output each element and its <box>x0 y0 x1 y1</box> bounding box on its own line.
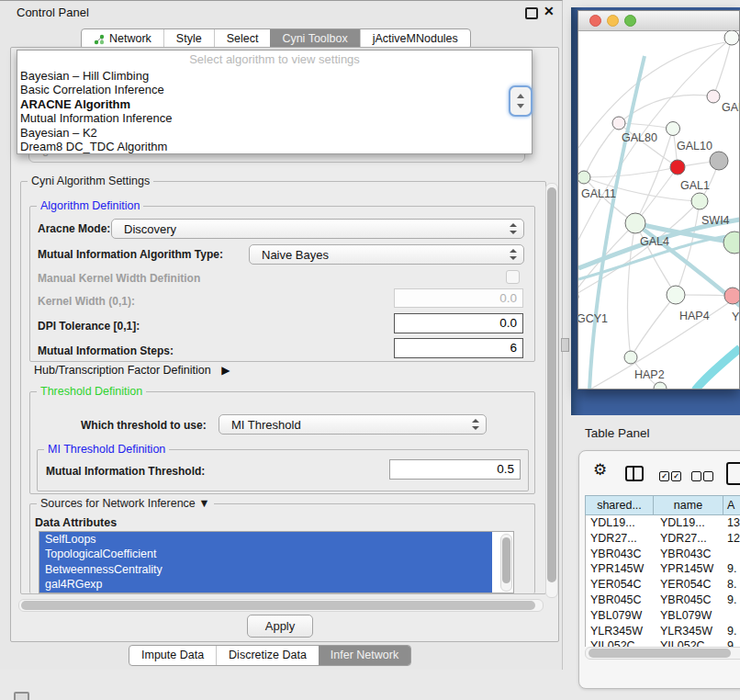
network-nodes[interactable]: GALGAL80GAL10GAL1GAL11GAL4SWI4GCY1HAP4YH… <box>578 30 739 389</box>
algorithm-option-basic-correlation-inference[interactable]: Basic Correlation Inference <box>20 83 529 96</box>
tab-label: Select <box>227 29 259 49</box>
table-cell: YDR27... <box>654 531 723 547</box>
table-cell: YLR345W <box>586 624 654 639</box>
tab-cyni-toolbox[interactable]: Cyni Toolbox <box>270 29 359 49</box>
network-node-swi4[interactable] <box>691 193 708 209</box>
attribute-item-selfloops[interactable]: SelfLoops <box>39 532 492 547</box>
network-node-gal80[interactable] <box>612 117 625 130</box>
network-node[interactable] <box>724 30 739 45</box>
scrollbar-thumb[interactable] <box>21 601 535 610</box>
panel-divider-handle[interactable] <box>561 338 569 352</box>
dpi-tolerance-field[interactable]: 0.0 <box>394 313 523 333</box>
tab-select[interactable]: Select <box>214 29 271 49</box>
network-node[interactable] <box>654 382 667 389</box>
sources-title-text: Sources for Network Inference <box>40 497 196 510</box>
bottom-tab-infer-network[interactable]: Infer Network <box>319 646 410 665</box>
which-threshold-value: MI Threshold <box>231 418 301 432</box>
algorithm-combo-button[interactable] <box>509 85 533 117</box>
column-header-shared[interactable]: shared... <box>586 496 654 514</box>
table-row[interactable]: YBR043CYBR043C <box>586 547 740 562</box>
kernel-width-field[interactable]: 0.0 <box>394 288 523 308</box>
select-all-checks-icon[interactable]: ✓ <box>671 471 681 481</box>
manual-kernel-checkbox[interactable] <box>506 270 520 284</box>
bottom-tab-discretize-data[interactable]: Discretize Data <box>216 646 319 665</box>
table-row[interactable]: YPR145WYPR145W9. <box>586 561 740 577</box>
attribute-item-gal4rgexp[interactable]: gal4RGexp <box>39 577 492 592</box>
hub-definition-label: Hub/Transcription Factor Definition <box>34 364 211 377</box>
tab-jactivemnodules[interactable]: jActiveMNodules <box>360 29 470 49</box>
attribute-item-topologicalcoefficient[interactable]: TopologicalCoefficient <box>39 547 492 561</box>
node-label-gal80: GAL80 <box>622 131 657 144</box>
network-node-gal11[interactable] <box>578 171 590 184</box>
table-cell: 9. <box>723 624 740 639</box>
hub-definition-section[interactable]: Hub/Transcription Factor Definition ▶ <box>34 364 230 377</box>
attribute-list-scrollbar[interactable] <box>500 534 512 592</box>
dock-panel-icon[interactable] <box>14 692 29 700</box>
deselect-checks-icon[interactable] <box>691 471 701 481</box>
table-row[interactable]: YBL079WYBL079W <box>586 608 740 624</box>
scrollbar-thumb[interactable] <box>547 187 556 582</box>
table-cell: 9. <box>723 561 740 577</box>
minimize-traffic-light-icon[interactable] <box>607 15 619 27</box>
table-row[interactable]: YER054CYER054C8. <box>586 577 740 593</box>
network-node-gal1[interactable] <box>670 160 685 175</box>
close-panel-icon[interactable]: ✕ <box>544 4 555 18</box>
float-panel-icon[interactable] <box>525 7 538 19</box>
settings-vertical-scrollbar[interactable] <box>545 183 558 598</box>
table-row[interactable]: YDR27...YDR27...12 <box>586 531 740 547</box>
apply-button[interactable]: Apply <box>247 615 313 638</box>
table-file-icon[interactable] <box>726 462 740 485</box>
close-traffic-light-icon[interactable] <box>589 15 601 27</box>
table-row[interactable]: YLR345WYLR345W9. <box>586 624 740 639</box>
network-node[interactable] <box>710 152 728 170</box>
network-canvas[interactable]: GALGAL80GAL10GAL1GAL11GAL4SWI4GCY1HAP4YH… <box>578 30 739 389</box>
network-node-gal[interactable] <box>707 90 720 103</box>
attribute-item-betweennesscentrality[interactable]: BetweennessCentrality <box>39 562 492 577</box>
network-window[interactable]: GALGAL80GAL10GAL1GAL11GAL4SWI4GCY1HAP4YH… <box>577 10 740 390</box>
network-node-hap4[interactable] <box>667 286 685 304</box>
network-node[interactable] <box>723 231 739 254</box>
columns-icon[interactable] <box>625 466 644 481</box>
deselect-checks-icon[interactable] <box>703 471 713 481</box>
algorithm-option-dream8-dc-tdc-algorithm[interactable]: Dream8 DC_TDC Algorithm <box>20 140 529 153</box>
scrollbar-thumb[interactable] <box>589 649 731 658</box>
mi-type-combo[interactable]: Naive Bayes <box>249 244 524 265</box>
table-cell: 9. <box>723 638 740 647</box>
settings-horizontal-scrollbar[interactable] <box>18 599 544 612</box>
which-threshold-combo[interactable]: MI Threshold <box>219 414 487 435</box>
zoom-traffic-light-icon[interactable] <box>624 15 636 27</box>
network-view-frame: GALGAL80GAL10GAL1GAL11GAL4SWI4GCY1HAP4YH… <box>571 7 740 415</box>
node-label-gal: GAL <box>722 101 739 114</box>
mi-threshold-field[interactable]: 0.5 <box>389 459 521 480</box>
collapsed-arrow-icon[interactable]: ▶ <box>221 364 230 377</box>
bottom-tab-impute-data[interactable]: Impute Data <box>129 646 216 665</box>
table-row[interactable]: YIL052CYIL052C9. <box>586 638 740 647</box>
dpi-tolerance-value: 0.0 <box>499 316 517 330</box>
node-label-hap4: HAP4 <box>679 310 710 322</box>
network-node-gal4[interactable] <box>625 213 645 233</box>
algorithm-option-mutual-information-inference[interactable]: Mutual Information Inference <box>20 111 529 125</box>
column-header-name[interactable]: name <box>654 496 723 514</box>
table-row[interactable]: YBR045CYBR045C9. <box>586 593 740 608</box>
table-cell: YDR27... <box>586 531 654 547</box>
column-header-a[interactable]: A <box>723 496 740 514</box>
algorithm-option-bayesian-k2[interactable]: Bayesian – K2 <box>20 126 529 140</box>
mi-steps-field[interactable]: 6 <box>394 338 523 358</box>
tab-style[interactable]: Style <box>163 29 214 49</box>
table-horizontal-scrollbar[interactable] <box>585 647 740 660</box>
algorithm-option-aracne-algorithm[interactable]: ARACNE Algorithm <box>20 97 529 111</box>
scrollbar-thumb[interactable] <box>502 537 510 583</box>
table-row[interactable]: YDL19...YDL19...13 <box>586 515 740 531</box>
expanded-arrow-icon[interactable]: ▼ <box>198 497 209 510</box>
select-all-checks-icon[interactable]: ✓ <box>659 471 669 481</box>
network-node-gal10[interactable] <box>667 122 680 136</box>
algorithm-definition-title: Algorithm Definition <box>37 199 143 212</box>
network-window-titlebar[interactable] <box>578 11 739 31</box>
settings-group-title: Cyni Algorithm Settings <box>28 175 153 187</box>
gear-icon[interactable]: ⚙ <box>593 462 607 478</box>
network-node-hap2[interactable] <box>624 351 637 364</box>
algorithm-option-bayesian-hill-climbing[interactable]: Bayesian – Hill Climbing <box>20 69 529 83</box>
tab-network[interactable]: Network <box>82 29 163 49</box>
network-node-y[interactable] <box>724 288 739 304</box>
aracne-mode-combo[interactable]: Discovery <box>111 219 524 239</box>
